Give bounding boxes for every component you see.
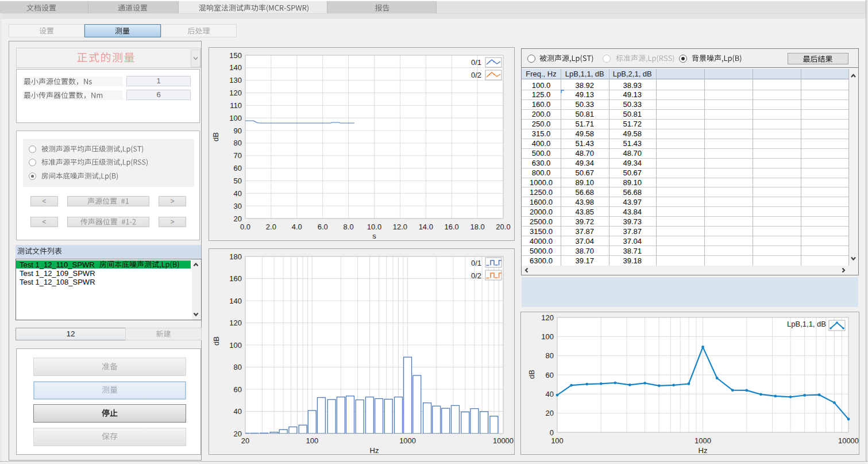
svg-text:70: 70	[234, 151, 242, 160]
svg-text:10000: 10000	[838, 436, 859, 445]
svg-text:50: 50	[234, 177, 242, 185]
svg-text:18.0: 18.0	[470, 223, 484, 231]
svg-text:10000: 10000	[493, 436, 514, 445]
svg-text:100: 100	[306, 436, 318, 445]
svg-text:0.0: 0.0	[240, 223, 250, 231]
svg-text:6.0: 6.0	[318, 223, 328, 231]
svg-text:80: 80	[234, 139, 242, 147]
svg-text:0: 0	[550, 428, 554, 437]
svg-text:100: 100	[229, 341, 242, 350]
svg-text:Hz: Hz	[370, 446, 379, 455]
svg-text:120: 120	[229, 319, 242, 327]
svg-text:LpB,1,1, dB: LpB,1,1, dB	[787, 320, 826, 328]
svg-text:40: 40	[546, 390, 554, 398]
svg-text:140: 140	[229, 63, 242, 72]
svg-text:100: 100	[551, 436, 564, 445]
svg-text:dB: dB	[212, 336, 221, 346]
svg-text:60: 60	[234, 385, 242, 394]
svg-text:120: 120	[541, 313, 554, 322]
svg-text:100: 100	[541, 332, 554, 341]
svg-text:40: 40	[234, 407, 242, 416]
svg-text:80: 80	[234, 363, 242, 371]
svg-text:60: 60	[234, 164, 242, 172]
svg-text:Hz: Hz	[699, 446, 708, 455]
svg-text:10.0: 10.0	[367, 223, 381, 231]
svg-text:130: 130	[229, 76, 242, 85]
svg-text:4.0: 4.0	[292, 223, 302, 231]
svg-text:90: 90	[234, 126, 242, 135]
svg-text:0/1: 0/1	[471, 58, 481, 67]
svg-text:1000: 1000	[695, 436, 711, 445]
svg-text:dB: dB	[527, 370, 536, 379]
svg-text:30: 30	[234, 202, 242, 210]
svg-text:0/2: 0/2	[471, 271, 481, 280]
svg-text:12.0: 12.0	[393, 223, 407, 231]
svg-text:100: 100	[229, 114, 242, 122]
svg-text:60: 60	[546, 371, 554, 379]
svg-text:20: 20	[241, 436, 249, 445]
svg-text:140: 140	[229, 297, 242, 305]
svg-text:2.0: 2.0	[266, 223, 276, 231]
svg-text:40: 40	[234, 189, 242, 198]
svg-text:80: 80	[546, 351, 554, 360]
svg-text:20: 20	[546, 409, 554, 417]
svg-text:120: 120	[229, 89, 242, 97]
svg-text:160: 160	[229, 274, 242, 283]
svg-text:s: s	[372, 232, 376, 240]
svg-text:1000: 1000	[399, 436, 416, 445]
svg-text:180: 180	[229, 252, 242, 261]
svg-text:0/1: 0/1	[471, 259, 481, 267]
svg-text:14.0: 14.0	[419, 223, 433, 231]
svg-text:150: 150	[229, 51, 242, 60]
svg-text:8.0: 8.0	[344, 223, 354, 231]
svg-text:110: 110	[230, 101, 242, 110]
svg-text:20: 20	[234, 214, 242, 223]
svg-text:0/2: 0/2	[471, 71, 481, 79]
svg-text:16.0: 16.0	[445, 223, 459, 231]
svg-text:dB: dB	[211, 132, 220, 141]
